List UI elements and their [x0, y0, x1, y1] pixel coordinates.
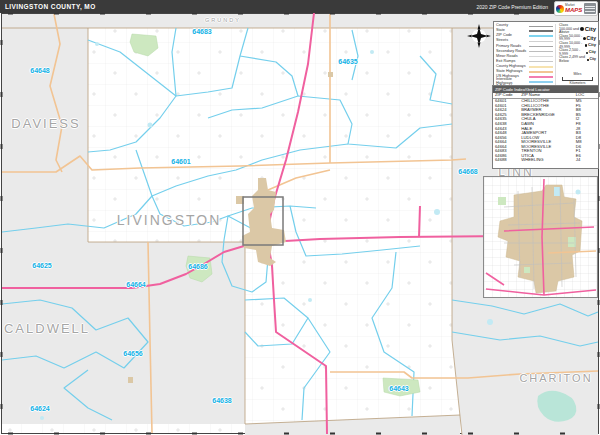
publisher-logo: Market MAPS — [554, 1, 598, 16]
county-label-daviess: DAVIESS — [11, 116, 80, 131]
city-marker-icon — [586, 52, 588, 54]
legend-swatch — [529, 46, 553, 47]
legend-swatch — [529, 66, 553, 68]
legend-swatch — [529, 81, 553, 83]
logo-brand: MAPS — [565, 7, 582, 13]
scale-bar-miles: Miles — [562, 73, 593, 80]
map-sheet: GRUNDYDAVIESSLIVINGSTONCALDWELLLINNCHARI… — [0, 0, 600, 435]
city-marker-icon — [583, 37, 586, 40]
county-label-chariton: CHARITON — [519, 372, 592, 384]
legend-city-classes: Class 100,000 and AboveCityClass 50,000 … — [556, 24, 596, 89]
city-inset-panel — [483, 176, 598, 298]
legend-swatch — [529, 61, 553, 62]
legend-swatch — [529, 51, 553, 52]
zip-label-64635: 64635 — [338, 58, 357, 65]
legend-panel: CountyStateZIP CodeStreetsPrimary RoadsS… — [493, 21, 599, 92]
city-class-row: Class 2,499 and BelowCity — [559, 56, 596, 63]
legend-swatch — [529, 41, 553, 42]
city-marker-icon — [587, 59, 589, 61]
logo-globe-icon — [556, 5, 564, 13]
zip-table-row: 64688WHEELINGJ4 — [493, 158, 598, 163]
zip-label-64668: 64668 — [458, 168, 477, 175]
zip-label-64638: 64638 — [212, 397, 231, 404]
legend-swatch — [529, 30, 553, 32]
zip-index-rows: 64601CHILLICOTHEM564601CHILLICOTHEF56462… — [493, 99, 598, 162]
zip-label-64683: 64683 — [192, 28, 211, 35]
legend-swatch — [529, 76, 553, 78]
title-bar: LIVINGSTON COUNTY, MO 2020 ZIP Code Prem… — [0, 0, 600, 13]
city-inset-map — [484, 177, 597, 297]
county-label-caldwell: CALDWELL — [4, 321, 90, 336]
col-zip-name: ZIP Name — [521, 93, 576, 98]
legend-swatch — [529, 71, 553, 73]
legend-swatch — [529, 26, 553, 27]
county-label-grundy: GRUNDY — [205, 17, 241, 23]
zip-label-64664: 64664 — [126, 281, 145, 288]
col-loc: LOC — [576, 93, 596, 98]
legend-item: Streets — [496, 39, 553, 44]
zip-label-64686: 64686 — [188, 263, 207, 270]
logo-wordmark: Market MAPS — [565, 4, 582, 13]
edition-label: 2020 ZIP Code Premium Edition — [476, 4, 548, 10]
col-zip-code: ZIP Code — [495, 93, 521, 98]
legend-swatch — [529, 56, 553, 57]
legend-swatch — [529, 35, 553, 37]
city-marker-icon — [580, 27, 584, 31]
zip-index-panel: ZIP Code Index/Grid Locator ZIP Code ZIP… — [492, 85, 599, 169]
legend-road-list: CountyStateZIP CodeStreetsPrimary RoadsS… — [496, 24, 556, 89]
zip-label-64656: 64656 — [123, 350, 142, 357]
zip-label-64624: 64624 — [30, 405, 49, 412]
zip-label-64625: 64625 — [32, 262, 51, 269]
zip-label-64643: 64643 — [389, 385, 408, 392]
map-title: LIVINGSTON COUNTY, MO — [5, 3, 96, 10]
city-marker-icon — [585, 44, 588, 47]
zip-label-64648: 64648 — [30, 67, 49, 74]
county-label-livingston: LIVINGSTON — [117, 212, 222, 228]
logo-sidebox — [584, 3, 596, 14]
zip-label-64601: 64601 — [171, 158, 190, 165]
